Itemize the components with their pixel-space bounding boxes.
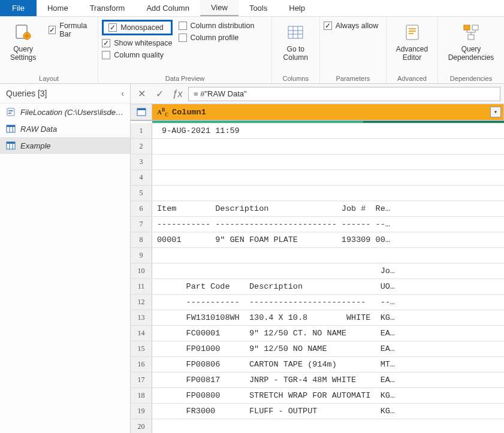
query-settings-label: Query Settings xyxy=(10,45,36,62)
cell-value[interactable]: FC00001 9" 12/50 CT. NO NAME EA… xyxy=(152,326,504,341)
advanced-editor-button[interactable]: Advanced Editor xyxy=(390,19,434,73)
cell-value[interactable] xyxy=(152,419,504,433)
fx-icon: ƒx xyxy=(170,87,185,101)
monospaced-checkbox[interactable]: ✓ Monospaced xyxy=(108,23,165,32)
column-header-column1[interactable]: ABC Column1 ▾ xyxy=(152,104,504,120)
cell-value[interactable]: FP00806 CARTON TAPE (914m) MT… xyxy=(152,357,504,372)
table-row[interactable]: 2 xyxy=(131,139,504,155)
table-corner-button[interactable] xyxy=(131,104,152,120)
row-number: 7 xyxy=(131,217,152,232)
row-number: 3 xyxy=(131,155,152,169)
svg-rect-12 xyxy=(8,110,13,111)
row-number: 15 xyxy=(131,341,152,356)
table-row[interactable]: 16 FP00806 CARTON TAPE (914m) MT… xyxy=(131,357,504,373)
row-number: 12 xyxy=(131,295,152,310)
row-number: 10 xyxy=(131,264,152,278)
cell-value[interactable]: 9-AUG-2021 11:59 xyxy=(152,123,504,138)
cell-value[interactable]: FP00817 JNRP - TGR-4 48M WHITE EA… xyxy=(152,373,504,387)
column-profile-checkbox[interactable]: Column profile xyxy=(179,34,255,42)
tab-view[interactable]: View xyxy=(200,0,239,16)
table-row[interactable]: 15 FP01000 9" 12/50 NO NAME EA… xyxy=(131,341,504,357)
cancel-formula-button[interactable]: ✕ xyxy=(134,87,149,101)
tab-home[interactable]: Home xyxy=(37,0,79,16)
always-allow-label: Always allow xyxy=(336,22,379,30)
cell-value[interactable]: Jo… xyxy=(152,264,504,278)
cell-value[interactable]: FP01000 9" 12/50 NO NAME EA… xyxy=(152,341,504,356)
query-dependencies-icon xyxy=(460,22,482,43)
cell-value[interactable]: ----------- ------------------------- --… xyxy=(152,217,504,232)
data-preview-group-label: Data Preview xyxy=(102,73,267,82)
svg-rect-23 xyxy=(137,108,146,110)
table-row[interactable]: 14 FC00001 9" 12/50 CT. NO NAME EA… xyxy=(131,326,504,341)
checkbox-unchecked-icon xyxy=(102,51,110,59)
cell-value[interactable] xyxy=(152,139,504,154)
commit-formula-button[interactable]: ✓ xyxy=(152,87,167,101)
cell-value[interactable] xyxy=(152,155,504,169)
table-row[interactable]: 4 xyxy=(131,170,504,186)
query-item-rawdata[interactable]: RAW Data xyxy=(0,120,130,137)
goto-column-label: Go to Column xyxy=(283,45,308,62)
cell-value[interactable]: 00001 9" GEN FOAM PLATE 193309 00… xyxy=(152,232,504,247)
tab-transform[interactable]: Transform xyxy=(79,0,136,16)
advanced-group-label: Advanced xyxy=(390,73,434,82)
cell-value[interactable]: ----------- ------------------------ --… xyxy=(152,295,504,310)
table-row[interactable]: 11 Part Code Description UO… xyxy=(131,279,504,295)
file-menu[interactable]: File xyxy=(0,0,37,16)
cell-value[interactable] xyxy=(152,186,504,201)
tab-tools[interactable]: Tools xyxy=(239,0,278,16)
query-settings-button[interactable]: Query Settings xyxy=(4,19,43,73)
query-settings-icon xyxy=(13,22,34,43)
queries-header: Queries [3] ‹ xyxy=(0,84,130,104)
column-quality-checkbox[interactable]: Column quality xyxy=(102,51,172,59)
query-label: Example xyxy=(20,141,51,150)
always-allow-checkbox[interactable]: ✓ Always allow xyxy=(324,22,379,30)
column-distribution-checkbox[interactable]: Column distribution xyxy=(179,22,255,30)
formula-bar-checkbox[interactable]: ✓ Formula Bar xyxy=(49,22,94,38)
svg-rect-7 xyxy=(406,25,418,40)
table-row[interactable]: 18 FP00800 STRETCH WRAP FOR AUTOMATI KG… xyxy=(131,388,504,404)
table-icon xyxy=(6,124,16,134)
table-row[interactable]: 6Item Description Job # Re… xyxy=(131,201,504,217)
svg-rect-15 xyxy=(7,125,15,127)
query-item-example[interactable]: Example xyxy=(0,137,130,154)
cell-value[interactable]: Part Code Description UO… xyxy=(152,279,504,294)
table-row[interactable]: 19 FR3000 FLUFF - OUTPUT KG… xyxy=(131,404,504,419)
cell-value[interactable]: FR3000 FLUFF - OUTPUT KG… xyxy=(152,404,504,419)
table-row[interactable]: 5 xyxy=(131,186,504,201)
ribbon: Query Settings ✓ Formula Bar Layout ✓ Mo… xyxy=(0,17,504,84)
table-row[interactable]: 9 xyxy=(131,248,504,264)
svg-rect-10 xyxy=(468,35,474,40)
query-dependencies-button[interactable]: Query Dependencies xyxy=(442,19,500,73)
cell-value[interactable]: FP00800 STRETCH WRAP FOR AUTOMATI KG… xyxy=(152,388,504,403)
cell-value[interactable]: FW1310108WH 130.4 X 10.8 WHITE KG… xyxy=(152,310,504,325)
checkbox-unchecked-icon xyxy=(179,22,187,30)
collapse-panel-button[interactable]: ‹ xyxy=(121,89,124,98)
show-whitespace-checkbox[interactable]: ✓ Show whitespace xyxy=(102,39,172,47)
table-row[interactable]: 800001 9" GEN FOAM PLATE 193309 00… xyxy=(131,232,504,248)
goto-column-button[interactable]: Go to Column xyxy=(276,19,316,73)
advanced-editor-label: Advanced Editor xyxy=(396,45,428,62)
parameter-icon xyxy=(6,107,16,117)
formula-bar: ✕ ✓ ƒx xyxy=(131,84,504,104)
cell-value[interactable] xyxy=(152,170,504,185)
table-row[interactable]: 7----------- ------------------------- -… xyxy=(131,217,504,232)
table-row[interactable]: 3 xyxy=(131,155,504,170)
tab-help[interactable]: Help xyxy=(278,0,316,16)
tab-add-column[interactable]: Add Column xyxy=(135,0,200,16)
table-row[interactable]: 17 FP00817 JNRP - TGR-4 48M WHITE EA… xyxy=(131,373,504,388)
table-row[interactable]: 20 xyxy=(131,419,504,433)
svg-rect-19 xyxy=(7,142,15,144)
row-number: 6 xyxy=(131,201,152,216)
cell-value[interactable] xyxy=(152,248,504,263)
table-row[interactable]: 12 ----------- ------------------------ … xyxy=(131,295,504,310)
formula-input[interactable] xyxy=(188,87,500,101)
text-type-icon: ABC xyxy=(157,107,168,117)
data-grid: ABC Column1 ▾ 1 9-AUG-2021 11:5923456Ite… xyxy=(131,104,504,433)
query-item-filelocation[interactable]: FileLocation (C:\Users\lisde… xyxy=(0,104,130,120)
column-filter-button[interactable]: ▾ xyxy=(490,107,501,117)
table-row[interactable]: 13 FW1310108WH 130.4 X 10.8 WHITE KG… xyxy=(131,310,504,326)
table-row[interactable]: 1 9-AUG-2021 11:59 xyxy=(131,123,504,139)
row-number: 8 xyxy=(131,232,152,247)
table-row[interactable]: 10 Jo… xyxy=(131,264,504,279)
cell-value[interactable]: Item Description Job # Re… xyxy=(152,201,504,216)
